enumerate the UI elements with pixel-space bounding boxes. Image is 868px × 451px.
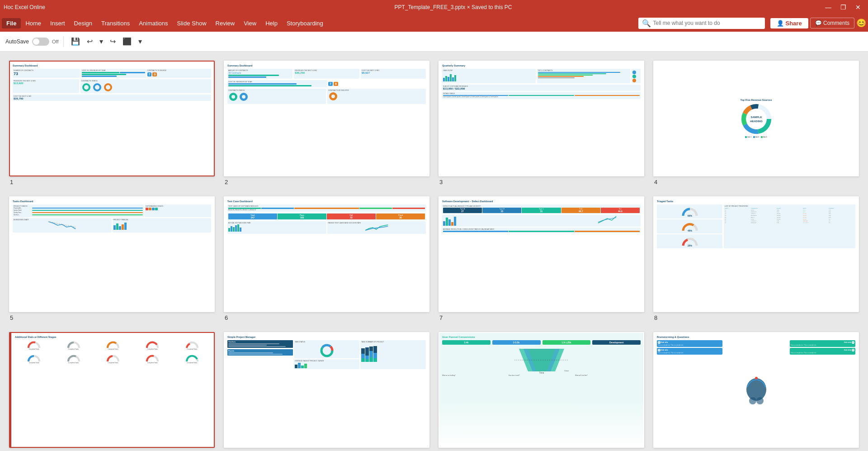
slide-thumb-2[interactable]: Summary Dashboard AMOUNT OF CONTRACTS 39…: [224, 61, 429, 176]
slide-number-2: 2: [224, 179, 228, 185]
menu-insert[interactable]: Insert: [46, 18, 70, 28]
svg-text:45%: 45%: [688, 229, 693, 232]
slide-thumb-9[interactable]: Additional Dials at Different Stages Com…: [9, 332, 215, 448]
slide-thumb-7[interactable]: Software Development – Defect Dashboard …: [439, 196, 644, 312]
menu-transitions[interactable]: Transitions: [97, 18, 134, 28]
menu-bar: File Home Insert Design Transitions Anim…: [0, 14, 868, 32]
svg-text:SAMPLE: SAMPLE: [750, 116, 762, 119]
slide-item: Additional Dials at Different Stages Com…: [9, 332, 215, 451]
menu-home[interactable]: Home: [21, 18, 46, 28]
window-controls: — ❐ ✕: [821, 3, 864, 12]
slide-thumb-8[interactable]: Triaged Tasks 65%: [653, 196, 859, 312]
undo-dropdown[interactable]: ▾: [97, 35, 106, 47]
undo-button[interactable]: ↩: [84, 35, 95, 47]
save-button[interactable]: 💾: [68, 35, 83, 47]
svg-text:Time: Time: [539, 371, 544, 374]
slide-thumb-6[interactable]: Test Case Dashboard TEST CASES BY SOFTWA…: [224, 196, 429, 312]
search-icon: 🔍: [642, 19, 651, 28]
slide-number-4: 4: [653, 179, 657, 185]
svg-point-23: [756, 397, 764, 404]
menu-design[interactable]: Design: [70, 18, 97, 28]
slide-item: User Funnel Conversions 3.4k 2-3.5k 1.5-…: [439, 332, 644, 451]
minimize-button[interactable]: —: [821, 3, 835, 12]
menu-slideshow[interactable]: Slide Show: [173, 18, 211, 28]
slide-thumb-11[interactable]: User Funnel Conversions 3.4k 2-3.5k 1.5-…: [439, 332, 644, 448]
slide-item: Simple Project Manager Timelines: [224, 332, 429, 451]
slide-item: Summary Dashboard AMOUNT OF CONTRACTS 39…: [224, 61, 429, 185]
svg-text:25%: 25%: [688, 244, 693, 247]
slide-thumb-1[interactable]: Summary Dashboard NUMBER OF CONTRACTS 73…: [9, 61, 215, 176]
share-button[interactable]: 👤 Share: [770, 18, 808, 28]
more-button[interactable]: ▾: [136, 35, 145, 47]
menu-review[interactable]: Review: [211, 18, 240, 28]
svg-point-21: [746, 378, 766, 401]
slide-item: Brainstorming & Questions 01 Edit title: [653, 332, 859, 451]
slide-item: Summary Dashboard NUMBER OF CONTRACTS 73…: [9, 61, 215, 185]
filename: PPT_Template_FREE_3.pptx: [395, 4, 466, 10]
slide-number-8: 8: [653, 314, 657, 321]
account-icon[interactable]: 😊: [856, 18, 866, 28]
svg-point-24: [755, 377, 758, 380]
slide-number-7: 7: [439, 314, 443, 321]
slide-thumb-3[interactable]: Quarterly Summary CASH FLOW: [439, 61, 644, 176]
close-button[interactable]: ✕: [852, 3, 864, 12]
share-icon: 👤: [777, 20, 784, 27]
comments-button[interactable]: 💬 Comments: [810, 18, 854, 28]
autosave-state: Off: [52, 39, 58, 44]
svg-text:HEADING: HEADING: [750, 120, 763, 123]
separator: ×: [467, 4, 472, 10]
undo-redo-group: 💾 ↩ ▾ ↪ ⬛ ▾: [68, 35, 145, 47]
title-bar: Hoc Excel Online PPT_Template_FREE_3.ppt…: [0, 0, 868, 14]
slide-thumb-5[interactable]: Tasks Dashboard PROJECT STATUS Ongoing A…: [9, 196, 215, 312]
slide-item: Quarterly Summary CASH FLOW: [439, 61, 644, 185]
main-area: Summary Dashboard NUMBER OF CONTRACTS 73…: [0, 52, 868, 451]
menu-storyboarding[interactable]: Storyboarding: [282, 18, 328, 28]
menu-view[interactable]: View: [239, 18, 261, 28]
redo-button[interactable]: ↪: [107, 35, 118, 47]
slide-thumb-12[interactable]: Brainstorming & Questions 01 Edit title: [653, 332, 859, 448]
menu-animations[interactable]: Animations: [134, 18, 172, 28]
toggle-knob: [33, 38, 39, 45]
comment-icon: 💬: [815, 20, 822, 26]
slide-item: Triaged Tasks 65%: [653, 196, 859, 321]
slide-thumb-10[interactable]: Simple Project Manager Timelines: [224, 332, 429, 448]
toolbar-divider-1: [63, 36, 64, 47]
search-input[interactable]: [653, 20, 761, 26]
svg-text:65%: 65%: [688, 214, 693, 217]
slide-number-3: 3: [439, 179, 443, 185]
slide-number-1: 1: [9, 179, 13, 185]
slides-grid: Summary Dashboard NUMBER OF CONTRACTS 73…: [9, 61, 859, 451]
slide-item: Software Development – Defect Dashboard …: [439, 196, 644, 321]
app-name: Hoc Excel Online: [4, 4, 85, 10]
svg-text:Cloud of Uncertainty: Cloud of Uncertainty: [564, 370, 569, 372]
autosave-toggle[interactable]: [32, 38, 49, 46]
right-actions: 👤 Share 💬 Comments 😊: [770, 18, 867, 28]
search-box[interactable]: 🔍: [638, 18, 765, 29]
window-title: PPT_Template_FREE_3.pptx × Saved to this…: [85, 4, 821, 10]
slide-number-6: 6: [224, 314, 228, 321]
menu-help[interactable]: Help: [261, 18, 282, 28]
slide-thumb-4[interactable]: Top Five Revenue Sources SAMPLE HEADIN: [653, 61, 859, 176]
slide-item: Tasks Dashboard PROJECT STATUS Ongoing A…: [9, 196, 215, 321]
svg-point-22: [749, 397, 756, 404]
saved-status: Saved to this PC: [472, 4, 512, 10]
autosave-group: AutoSave Off: [5, 38, 59, 46]
slide-item: Test Case Dashboard TEST CASES BY SOFTWA…: [224, 196, 429, 321]
toolbar: AutoSave Off 💾 ↩ ▾ ↪ ⬛ ▾: [0, 32, 868, 52]
menu-file[interactable]: File: [2, 18, 21, 28]
slides-panel[interactable]: Summary Dashboard NUMBER OF CONTRACTS 73…: [0, 52, 868, 451]
present-button[interactable]: ⬛: [120, 35, 134, 47]
slide-number-5: 5: [9, 314, 13, 321]
autosave-label: AutoSave: [5, 38, 29, 45]
restore-button[interactable]: ❐: [837, 3, 850, 12]
slide-item: Top Five Revenue Sources SAMPLE HEADIN: [653, 61, 859, 185]
